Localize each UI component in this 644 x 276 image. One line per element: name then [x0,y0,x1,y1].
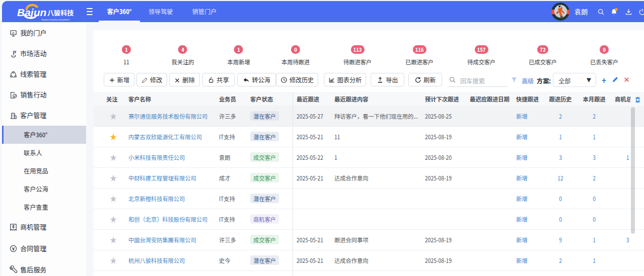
svg-text:Bajun: Bajun [17,7,46,18]
svg-text:八骏科技: 八骏科技 [47,8,74,18]
svg-text:Anyone,Anytime,Anywhere!: Anyone,Anytime,Anywhere! [41,19,69,21]
